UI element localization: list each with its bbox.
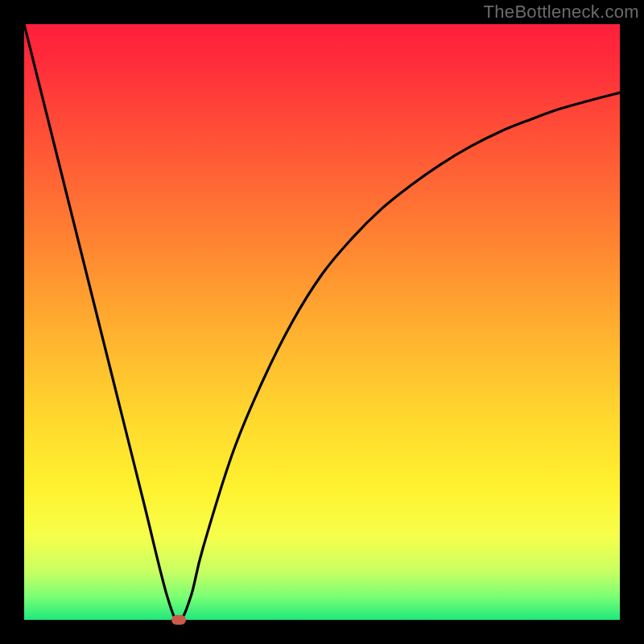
watermark-text: TheBottleneck.com (484, 2, 639, 23)
bottleneck-curve (24, 24, 620, 620)
chart-frame: TheBottleneck.com (0, 0, 644, 644)
plot-area (24, 24, 620, 620)
minimum-marker (171, 615, 186, 625)
